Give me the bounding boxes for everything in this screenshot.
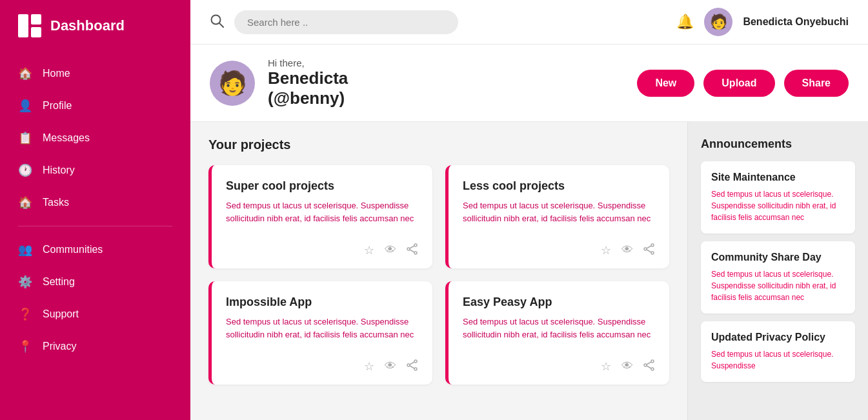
privacy-icon: 📍 xyxy=(18,339,32,354)
eye-icon-3[interactable]: 👁 xyxy=(385,359,396,374)
sidebar-item-profile-label: Profile xyxy=(43,100,72,112)
announcement-card-1: Site Maintenance Sed tempus ut lacus ut … xyxy=(701,161,855,234)
sidebar-item-setting-label: Setting xyxy=(43,276,75,288)
sidebar-item-messages[interactable]: 📋 Messages xyxy=(0,123,190,154)
svg-point-9 xyxy=(651,252,654,254)
project-card-1-actions: ☆ 👁 xyxy=(226,243,418,258)
svg-point-17 xyxy=(651,360,654,363)
svg-line-5 xyxy=(410,246,414,248)
project-card-2-title: Less cool projects xyxy=(463,179,655,193)
star-icon-1[interactable]: ☆ xyxy=(364,243,374,258)
history-icon: 🕐 xyxy=(18,163,32,177)
bell-icon[interactable]: 🔔 xyxy=(676,14,694,30)
star-icon-2[interactable]: ☆ xyxy=(601,243,611,258)
messages-icon: 📋 xyxy=(18,131,32,145)
announcement-card-3: Updated Privacy Policy Sed tempus ut lac… xyxy=(701,321,855,382)
share-icon-2[interactable] xyxy=(643,243,655,258)
projects-grid: Super cool projects Sed tempus ut lacus … xyxy=(208,165,669,385)
project-card-3-actions: ☆ 👁 xyxy=(226,359,418,374)
sidebar-item-tasks[interactable]: 🏠 Tasks xyxy=(0,187,190,218)
svg-line-15 xyxy=(410,362,414,365)
ann-card-1-title: Site Maintenance xyxy=(711,172,845,183)
upload-button[interactable]: Upload xyxy=(703,70,774,97)
svg-line-10 xyxy=(647,246,651,248)
star-icon-3[interactable]: ☆ xyxy=(364,359,374,374)
svg-point-19 xyxy=(651,368,654,370)
project-card-4-desc: Sed tempus ut lacus ut scelerisque. Susp… xyxy=(463,315,655,352)
svg-point-2 xyxy=(414,244,417,246)
sidebar-item-messages-label: Messages xyxy=(43,132,90,144)
sidebar-item-history[interactable]: 🕐 History xyxy=(0,155,190,186)
svg-point-13 xyxy=(407,364,410,366)
hero-section: 🧑 Hi there, Benedicta(@benny) New Upload… xyxy=(190,45,868,122)
share-button[interactable]: Share xyxy=(784,70,849,97)
project-card-1: Super cool projects Sed tempus ut lacus … xyxy=(208,165,432,268)
ann-card-3-title: Updated Privacy Policy xyxy=(711,332,845,343)
projects-section: Your projects Super cool projects Sed te… xyxy=(190,122,687,420)
svg-point-3 xyxy=(407,248,410,250)
sidebar-logo-text: Dashboard xyxy=(50,17,125,34)
hero-text: Hi there, Benedicta(@benny) xyxy=(268,57,624,108)
user-name: Benedicta Onyebuchi xyxy=(743,16,849,28)
eye-icon-1[interactable]: 👁 xyxy=(385,243,396,258)
svg-line-1 xyxy=(219,23,223,27)
hero-username: Benedicta(@benny) xyxy=(268,68,624,108)
project-card-4: Easy Peasy App Sed tempus ut lacus ut sc… xyxy=(445,281,669,385)
project-card-4-actions: ☆ 👁 xyxy=(463,359,655,374)
hero-actions: New Upload Share xyxy=(637,70,849,97)
sidebar-item-support[interactable]: ❓ Support xyxy=(0,299,190,330)
svg-point-12 xyxy=(414,360,417,363)
home-icon: 🏠 xyxy=(18,66,32,81)
hero-avatar: 🧑 xyxy=(210,61,255,106)
sidebar-item-home-label: Home xyxy=(43,68,70,79)
nav-divider xyxy=(18,226,172,226)
svg-point-4 xyxy=(414,252,417,254)
eye-icon-4[interactable]: 👁 xyxy=(621,359,633,374)
search-icon xyxy=(210,14,224,31)
ann-card-2-title: Community Share Day xyxy=(711,252,845,263)
sidebar-logo: Dashboard xyxy=(0,0,190,52)
svg-point-8 xyxy=(644,248,647,250)
sidebar-item-home[interactable]: 🏠 Home xyxy=(0,58,190,89)
project-card-2-desc: Sed tempus ut lacus ut scelerisque. Susp… xyxy=(463,199,655,235)
content-area: Your projects Super cool projects Sed te… xyxy=(190,122,868,420)
project-card-3-title: Impossible App xyxy=(226,295,418,309)
star-icon-4[interactable]: ☆ xyxy=(601,359,611,374)
support-icon: ❓ xyxy=(18,307,32,321)
logo-icon xyxy=(18,14,41,37)
new-button[interactable]: New xyxy=(637,70,694,97)
sidebar-item-profile[interactable]: 👤 Profile xyxy=(0,90,190,121)
svg-line-6 xyxy=(410,250,414,252)
svg-line-21 xyxy=(647,366,651,368)
setting-icon: ⚙️ xyxy=(18,275,32,289)
sidebar-item-communities-label: Communities xyxy=(43,244,103,255)
hero-handle: (@benny) xyxy=(268,88,345,108)
user-avatar: 🧑 xyxy=(704,8,732,36)
communities-icon: 👥 xyxy=(18,243,32,257)
share-icon-4[interactable] xyxy=(643,359,655,374)
eye-icon-2[interactable]: 👁 xyxy=(621,243,633,258)
project-card-2: Less cool projects Sed tempus ut lacus u… xyxy=(445,165,669,268)
sidebar-item-tasks-label: Tasks xyxy=(43,197,69,208)
ann-card-3-desc: Sed tempus ut lacus ut scelerisque. Susp… xyxy=(711,348,845,372)
hero-greeting: Hi there, xyxy=(268,57,624,68)
sidebar-item-communities[interactable]: 👥 Communities xyxy=(0,234,190,265)
svg-line-11 xyxy=(647,250,651,252)
project-card-3-desc: Sed tempus ut lacus ut scelerisque. Susp… xyxy=(226,315,418,352)
announcements-title: Announcements xyxy=(701,137,855,151)
sidebar-item-support-label: Support xyxy=(43,308,79,320)
sidebar-item-setting[interactable]: ⚙️ Setting xyxy=(0,266,190,297)
project-card-4-title: Easy Peasy App xyxy=(463,295,655,309)
svg-line-20 xyxy=(647,362,651,365)
project-card-2-actions: ☆ 👁 xyxy=(463,243,655,258)
share-icon-1[interactable] xyxy=(407,243,418,258)
svg-point-7 xyxy=(651,244,654,246)
svg-line-16 xyxy=(410,366,414,368)
sidebar: Dashboard 🏠 Home 👤 Profile 📋 Messages 🕐 … xyxy=(0,0,190,420)
ann-card-2-desc: Sed tempus ut lacus ut scelerisque. Susp… xyxy=(711,268,845,303)
share-icon-3[interactable] xyxy=(407,359,418,374)
search-input[interactable] xyxy=(234,10,458,34)
sidebar-item-privacy[interactable]: 📍 Privacy xyxy=(0,331,190,362)
svg-point-14 xyxy=(414,368,417,370)
sidebar-item-history-label: History xyxy=(43,165,75,176)
